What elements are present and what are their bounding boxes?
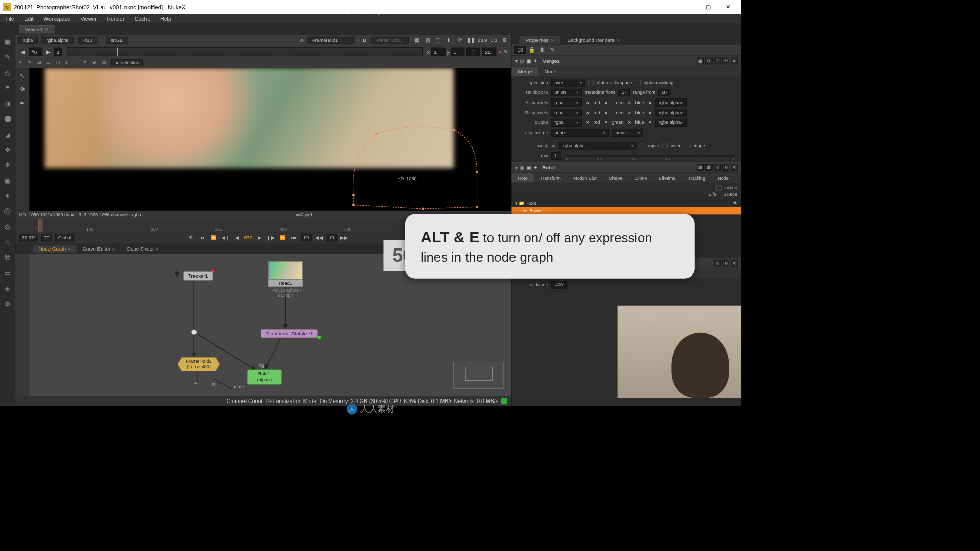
node-framehold[interactable]: FrameHold1(frame 400) xyxy=(178,357,220,371)
current-frame[interactable]: 677 xyxy=(244,235,252,241)
phi-close[interactable]: ✕ xyxy=(731,164,738,171)
phi-2[interactable]: ⊡ xyxy=(705,164,713,171)
tool-meta-icon[interactable]: ⎌ xyxy=(3,238,12,247)
ach-g[interactable] xyxy=(603,100,609,106)
menu-edit[interactable]: Edit xyxy=(21,15,36,22)
roto-tab-roto[interactable]: Roto xyxy=(511,173,533,182)
tab-bg-renders[interactable]: Background Renders✕ xyxy=(561,36,626,44)
wipe-icon[interactable]: ▦ xyxy=(413,36,421,43)
loop-icon[interactable]: ⟲ xyxy=(186,234,195,242)
center-icon[interactable]: ◎ xyxy=(520,164,524,170)
phi-revert[interactable]: ⟲ xyxy=(722,164,729,171)
merge-header[interactable]: ▾ ◎ ▣ ✦ Merge1 ▦ ⊡ ? ⟲ ✕ xyxy=(511,56,741,66)
vcs-check[interactable] xyxy=(588,80,594,85)
am-check[interactable] xyxy=(635,80,641,85)
pause-icon[interactable]: ⏸ xyxy=(445,36,453,43)
ach-b[interactable] xyxy=(627,100,632,106)
play-icon[interactable]: ❚❚ xyxy=(467,36,474,43)
tool-3d-icon[interactable]: ▣ xyxy=(3,176,12,185)
fringe-check[interactable] xyxy=(685,143,691,148)
vi-6[interactable]: ⎚ xyxy=(65,59,72,66)
phi-2[interactable]: ⊡ xyxy=(705,58,713,65)
tab-properties[interactable]: Properties✕ xyxy=(520,36,560,44)
out-alpha[interactable]: rgba.alpha xyxy=(655,119,686,127)
phi-close[interactable]: ✕ xyxy=(731,58,738,65)
viewer-tab[interactable]: Viewer1✕ xyxy=(19,25,55,34)
last-frame-icon[interactable]: ⏭ xyxy=(290,234,299,242)
zoom-ratio[interactable]: 1:1 xyxy=(491,37,498,43)
play-back-icon[interactable]: ◀ xyxy=(233,234,241,242)
merge-tab-node[interactable]: Node xyxy=(538,67,563,76)
close-tab-icon[interactable]: ✕ xyxy=(45,27,49,32)
phi-1[interactable]: ▦ xyxy=(697,164,704,171)
out-b[interactable] xyxy=(627,120,632,126)
tool-draw-icon[interactable]: ✎ xyxy=(3,53,12,62)
phi-help[interactable]: ? xyxy=(714,164,721,171)
invert-check[interactable] xyxy=(662,143,668,148)
collapse-icon[interactable]: ▾ xyxy=(515,58,518,64)
node-roto[interactable]: Roto1(alpha) xyxy=(247,369,282,384)
gain-field[interactable]: 1 xyxy=(54,47,62,56)
tree-root[interactable]: ▾ 📁 Root👁 xyxy=(511,199,741,207)
tool-filter-icon[interactable]: ⬤ xyxy=(3,114,12,123)
menu-help[interactable]: Help xyxy=(157,15,175,22)
vi-5[interactable]: ◫ xyxy=(56,59,63,66)
tab-node-graph[interactable]: Node Graph✕ xyxy=(33,245,77,253)
vi-2[interactable]: ✎ xyxy=(28,59,35,66)
roto-tab-transform[interactable]: Transform xyxy=(534,173,567,182)
io-field[interactable]: IO xyxy=(301,235,311,242)
ach-alpha[interactable]: rgba.alpha xyxy=(655,99,686,107)
ach-r[interactable] xyxy=(585,100,591,106)
channel-select[interactable]: rgba xyxy=(18,36,38,43)
center-icon[interactable]: ◎ xyxy=(520,58,524,64)
tool-deep-icon[interactable]: Ⓓ xyxy=(3,207,12,216)
tool-particles-icon[interactable]: ✷ xyxy=(3,191,12,201)
view-mode[interactable]: 2D xyxy=(482,47,496,56)
bch-r[interactable] xyxy=(585,110,591,115)
roto-tab-mblur[interactable]: Motion Blur xyxy=(567,173,603,182)
roto-tab-lifetime[interactable]: Lifetime xyxy=(653,173,681,182)
mask-x[interactable] xyxy=(551,143,557,148)
bch-b[interactable] xyxy=(627,110,632,115)
menu-viewer[interactable]: Viewer xyxy=(78,15,100,22)
step-fwd-icon[interactable]: ❙▶ xyxy=(266,234,275,242)
rec-icon[interactable]: ● xyxy=(499,49,502,55)
vi-9[interactable]: ⊕ xyxy=(92,59,100,66)
x-field[interactable]: 1 xyxy=(431,47,445,56)
phi-revert[interactable]: ⟲ xyxy=(722,58,729,65)
tool-transform-icon[interactable]: ✥ xyxy=(3,160,12,169)
mix-field[interactable]: 1 xyxy=(551,152,561,160)
close-button[interactable]: ✕ xyxy=(719,0,738,14)
gain-slider[interactable] xyxy=(67,47,423,56)
refresh-icon[interactable]: ⟳ xyxy=(456,36,463,43)
select-tool-icon[interactable]: ↖ xyxy=(18,71,27,80)
meta-select[interactable]: B xyxy=(618,89,630,96)
phi-close[interactable]: ✕ xyxy=(731,260,738,267)
rp-count-field[interactable]: 10 xyxy=(515,46,526,54)
skip-n-field[interactable]: 10 xyxy=(326,235,337,242)
roto-tab-node[interactable]: Node xyxy=(712,173,735,182)
mix-slider[interactable]: 00.20.40.60.81 xyxy=(566,155,735,157)
inject-check[interactable] xyxy=(640,143,645,148)
menu-workspace[interactable]: Workspace xyxy=(40,15,74,22)
fstop-field[interactable]: f/8 xyxy=(29,47,42,56)
tool-other-icon[interactable]: ▭ xyxy=(3,268,12,278)
roto-tab-shape[interactable]: Shape xyxy=(603,173,628,182)
mask-select[interactable]: rgba.alpha xyxy=(559,142,636,149)
fps-field[interactable]: 29.97* xyxy=(19,235,38,242)
merge-tab-merge[interactable]: Merge xyxy=(511,67,538,76)
vi-3[interactable]: ⊞ xyxy=(37,59,45,66)
node-transform[interactable]: Transform_Stabilize1 xyxy=(261,329,318,338)
menu-file[interactable]: File xyxy=(3,15,17,22)
pencil-icon[interactable]: ✎ xyxy=(504,49,508,55)
tool-toolsets-icon[interactable]: 🛠 xyxy=(3,253,12,262)
alpha-select[interactable]: rgba.alpha xyxy=(42,36,74,43)
also-select2[interactable]: none xyxy=(612,129,643,137)
lock-icon[interactable]: 🔒 xyxy=(529,46,536,54)
play-fwd-icon[interactable]: ▶ xyxy=(255,234,264,242)
range-select[interactable]: Global xyxy=(55,235,74,242)
playhead[interactable] xyxy=(39,219,43,232)
tool-color-icon[interactable]: ◑ xyxy=(3,99,12,108)
bch-select[interactable]: rgba xyxy=(551,109,582,116)
out-a[interactable] xyxy=(647,120,653,126)
